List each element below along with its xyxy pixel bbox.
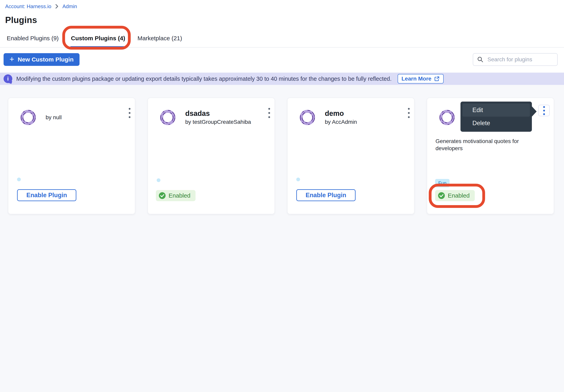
enabled-label: Enabled xyxy=(448,192,470,199)
badge-wrapper: Enabled xyxy=(435,190,475,201)
plugin-card-null: by null Enable Plugin xyxy=(8,98,135,214)
new-custom-plugin-button[interactable]: + New Custom Plugin xyxy=(4,53,80,66)
plugin-logo-icon xyxy=(439,109,455,126)
tab-bar: Enabled Plugins (9) Custom Plugins (4) M… xyxy=(0,32,564,48)
plugin-author: by null xyxy=(46,114,62,120)
card-footer: Enable Plugin xyxy=(16,189,127,201)
breadcrumb-admin-link[interactable]: Admin xyxy=(62,3,77,10)
info-icon: i xyxy=(4,74,12,83)
plugin-logo-icon xyxy=(20,109,37,126)
enabled-label: Enabled xyxy=(169,192,190,199)
tab-enabled-plugins[interactable]: Enabled Plugins (9) xyxy=(6,32,59,47)
plugin-title: demo xyxy=(325,110,357,117)
status-dot xyxy=(157,178,160,182)
plugin-search-box xyxy=(473,53,558,66)
page-title: Plugins xyxy=(5,15,564,25)
plugin-card-demo: demo by AccAdmin Enable Plugin xyxy=(287,98,414,214)
card-header: dsadas by testGroupCreateSahiba xyxy=(159,109,267,126)
breadcrumb-chevron-icon xyxy=(55,4,59,9)
card-header: demo by AccAdmin xyxy=(299,109,406,126)
plugin-card-motivational-quotes: Edit Delete Generates motivational quote… xyxy=(427,98,554,214)
new-custom-plugin-label: New Custom Plugin xyxy=(18,56,74,63)
breadcrumb: Account: Harness.io Admin xyxy=(5,3,564,10)
status-dot xyxy=(296,178,300,181)
plugin-author: by AccAdmin xyxy=(325,119,357,125)
enable-plugin-button[interactable]: Enable Plugin xyxy=(296,189,356,201)
plugin-card-grid: by null Enable Plugin dsad xyxy=(8,98,556,214)
kebab-menu-icon[interactable] xyxy=(266,106,272,120)
banner-message: Modifying the custom plugins package or … xyxy=(16,76,392,82)
breadcrumb-account-link[interactable]: Account: Harness.io xyxy=(5,3,51,10)
enable-plugin-button[interactable]: Enable Plugin xyxy=(17,189,76,201)
plugin-logo-icon xyxy=(159,109,176,126)
plugin-title-block: dsadas by testGroupCreateSahiba xyxy=(185,110,251,125)
tab-custom-plugins[interactable]: Custom Plugins (4) xyxy=(70,32,126,47)
plugin-description: Generates motivational quotes for develo… xyxy=(436,138,546,152)
tab-marketplace[interactable]: Marketplace (21) xyxy=(137,32,183,47)
plugin-logo-icon xyxy=(299,109,316,126)
category-tag: Fun xyxy=(435,179,450,187)
page-header: Account: Harness.io Admin Plugins Enable… xyxy=(0,0,564,48)
kebab-menu-button-active[interactable] xyxy=(538,105,550,116)
learn-more-label: Learn More xyxy=(402,76,431,82)
context-menu-arrow xyxy=(532,106,537,117)
plugin-title: dsadas xyxy=(185,110,251,117)
toolbar: + New Custom Plugin xyxy=(0,48,564,73)
plugin-title-block: demo by AccAdmin xyxy=(325,110,357,125)
menu-item-edit[interactable]: Edit xyxy=(462,104,530,117)
status-dot xyxy=(17,178,21,181)
plugin-author: by testGroupCreateSahiba xyxy=(185,119,251,125)
check-circle-icon xyxy=(438,192,445,199)
kebab-menu-icon[interactable] xyxy=(406,106,412,120)
card-footer: Enabled xyxy=(156,190,267,201)
plugin-title-block: by null xyxy=(46,114,62,120)
enabled-status-badge: Enabled xyxy=(435,190,475,201)
search-input[interactable] xyxy=(487,56,559,63)
context-menu: Edit Delete xyxy=(460,102,532,132)
info-banner: i Modifying the custom plugins package o… xyxy=(0,73,564,85)
menu-item-delete[interactable]: Delete xyxy=(462,117,530,130)
search-icon xyxy=(477,56,483,63)
learn-more-button[interactable]: Learn More xyxy=(398,74,444,84)
external-link-icon xyxy=(434,76,440,82)
card-footer: Enabled xyxy=(435,190,546,201)
plugins-content-area: by null Enable Plugin dsad xyxy=(0,85,564,392)
plus-icon: + xyxy=(10,55,14,63)
enabled-status-badge: Enabled xyxy=(156,190,195,201)
tab-custom-plugins-label: Custom Plugins (4) xyxy=(71,35,125,42)
card-header: by null xyxy=(20,109,127,126)
check-circle-icon xyxy=(159,192,166,199)
plugin-card-dsadas: dsadas by testGroupCreateSahiba Enabled xyxy=(148,98,275,214)
card-footer: Enable Plugin xyxy=(295,189,406,201)
kebab-menu-icon[interactable] xyxy=(127,106,133,120)
active-tab-underline xyxy=(70,46,126,48)
